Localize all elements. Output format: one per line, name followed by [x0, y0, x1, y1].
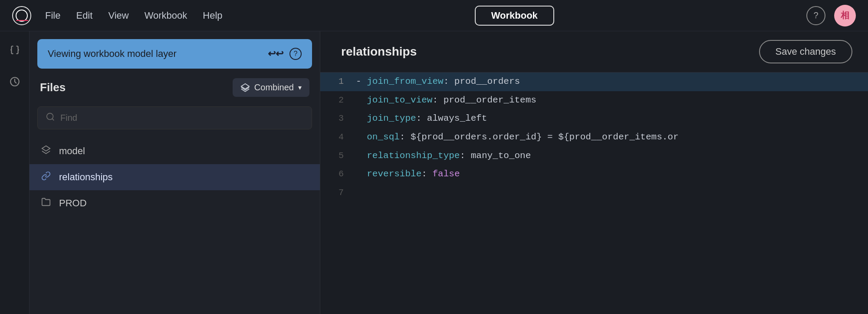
editor-area: relationships Save changes 1 - join_from… — [320, 31, 868, 314]
svg-line-3 — [52, 119, 54, 120]
editor-title: relationships — [341, 45, 417, 59]
line-content-6: reversible: false — [351, 165, 868, 184]
code-line-3: 3 join_type: always_left — [320, 109, 868, 128]
line-number-1: 1 — [320, 73, 351, 91]
svg-marker-4 — [42, 146, 50, 151]
file-name-prod: PROD — [59, 198, 87, 209]
banner-text: Viewing workbook model layer — [48, 48, 261, 59]
nav-edit[interactable]: Edit — [76, 8, 92, 23]
combined-button[interactable]: Combined ▾ — [233, 78, 309, 97]
avatar[interactable]: 相 — [834, 5, 856, 26]
nav-help[interactable]: Help — [203, 8, 222, 23]
icon-sidebar — [0, 31, 30, 314]
sidebar-braces-icon[interactable] — [6, 42, 23, 59]
nav-right: ? 相 — [806, 5, 856, 26]
line-content-2: join_to_view: prod__order_items — [351, 91, 868, 110]
file-name-model: model — [59, 145, 85, 157]
search-input[interactable] — [60, 113, 304, 123]
back-icon[interactable]: ↩↩ — [268, 48, 283, 59]
files-header-row: Files Combined ▾ — [30, 69, 320, 101]
file-item-model[interactable]: model — [30, 138, 320, 164]
code-line-2: 2 join_to_view: prod__order_items — [320, 91, 868, 110]
nav-menu: File Edit View Workbook Help — [45, 8, 223, 23]
line-number-4: 4 — [320, 128, 351, 147]
search-icon — [46, 112, 55, 124]
layers-icon — [240, 83, 250, 93]
line-content-5: relationship_type: many_to_one — [351, 147, 868, 165]
file-name-relationships: relationships — [59, 172, 113, 183]
svg-point-2 — [47, 113, 53, 120]
nav-view[interactable]: View — [108, 8, 128, 23]
model-layer-banner[interactable]: Viewing workbook model layer ↩↩ ? — [37, 39, 312, 69]
code-line-4: 4 on_sql: ${prod__orders.order_id} = ${p… — [320, 128, 868, 147]
chevron-down-icon: ▾ — [298, 83, 302, 92]
line-content-4: on_sql: ${prod__orders.order_id} = ${pro… — [351, 128, 868, 147]
question-icon: ? — [813, 10, 818, 20]
layers-icon — [40, 145, 52, 157]
banner-icons: ↩↩ ? — [268, 48, 302, 60]
help-button[interactable]: ? — [806, 6, 825, 25]
line-content-3: join_type: always_left — [351, 109, 868, 128]
line-number-3: 3 — [320, 109, 351, 128]
code-editor[interactable]: 1 - join_from_view: prod__orders 2 join_… — [320, 73, 868, 314]
file-panel: Viewing workbook model layer ↩↩ ? Files … — [30, 31, 320, 314]
main-layout: Viewing workbook model layer ↩↩ ? Files … — [0, 31, 868, 314]
sidebar-clock-icon[interactable] — [6, 73, 23, 90]
line-number-5: 5 — [320, 147, 351, 165]
file-item-relationships[interactable]: relationships — [30, 164, 320, 190]
line-number-2: 2 — [320, 91, 351, 110]
file-list: model relationships PROD — [30, 135, 320, 314]
editor-header: relationships Save changes — [320, 31, 868, 73]
line-number-7: 7 — [320, 184, 351, 202]
folder-icon — [40, 197, 52, 209]
save-button[interactable]: Save changes — [759, 40, 852, 63]
code-line-1: 1 - join_from_view: prod__orders — [320, 73, 868, 91]
logo[interactable] — [12, 6, 31, 25]
line-content-7 — [351, 184, 868, 202]
file-item-prod[interactable]: PROD — [30, 190, 320, 216]
combined-label: Combined — [254, 83, 294, 93]
search-box — [37, 106, 312, 129]
topnav: File Edit View Workbook Help Workbook ? … — [0, 0, 868, 31]
line-content-1: - join_from_view: prod__orders — [351, 73, 868, 91]
files-title: Files — [40, 81, 66, 94]
banner-help-icon[interactable]: ? — [289, 48, 302, 60]
nav-file[interactable]: File — [45, 8, 60, 23]
nav-workbook[interactable]: Workbook — [145, 8, 187, 23]
line-number-6: 6 — [320, 165, 351, 184]
code-line-7: 7 — [320, 184, 868, 202]
link-icon — [40, 171, 52, 183]
code-line-6: 6 reversible: false — [320, 165, 868, 184]
code-line-5: 5 relationship_type: many_to_one — [320, 147, 868, 165]
workbook-badge[interactable]: Workbook — [475, 6, 554, 26]
nav-center: Workbook — [237, 6, 792, 26]
